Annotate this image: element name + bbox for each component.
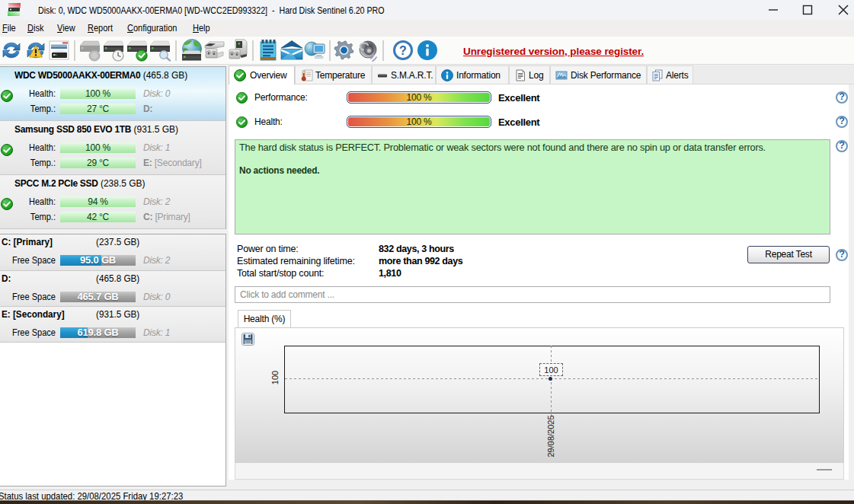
svg-text:?: ?: [399, 44, 407, 57]
